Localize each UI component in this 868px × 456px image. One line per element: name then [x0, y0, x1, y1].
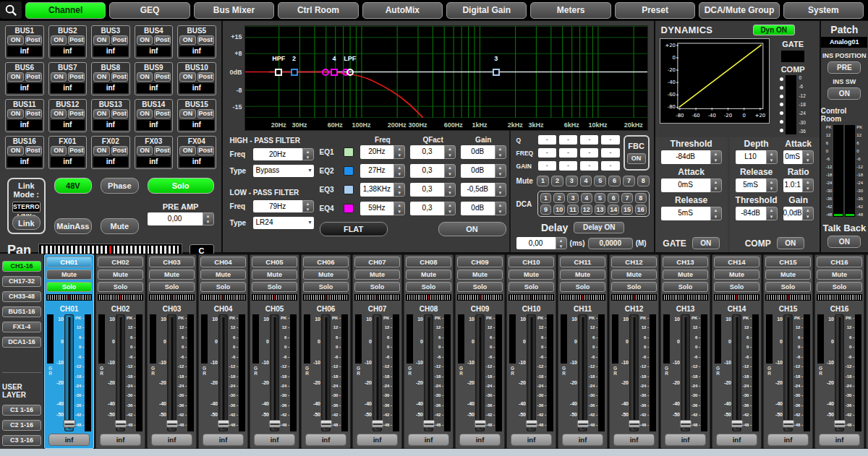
dca-button-15[interactable]: 15 — [621, 205, 633, 215]
eq-band-freq-field-spinner[interactable]: ▲▼ — [393, 183, 405, 197]
eq-band-q-field[interactable]: 0,3 — [410, 164, 444, 178]
fbc-freq-field[interactable]: - — [538, 148, 556, 158]
ins-sw-on-button[interactable]: ON — [827, 87, 861, 100]
fader-value-button[interactable]: inf — [459, 434, 501, 446]
bus-post-button[interactable]: Post — [197, 35, 214, 45]
fader-value-button[interactable]: inf — [408, 434, 449, 446]
mute-group-button-4[interactable]: 4 — [580, 176, 592, 186]
fbc-freq-field[interactable]: - — [601, 148, 619, 158]
strip-solo-button[interactable]: Solo — [252, 282, 297, 292]
strip-mute-button[interactable]: Mute — [98, 270, 143, 280]
eq-band-freq-field-spinner[interactable]: ▲▼ — [393, 164, 405, 178]
dca-button-12[interactable]: 12 — [581, 205, 592, 215]
hpf-freq-field[interactable]: 20Hz — [253, 148, 302, 160]
fader[interactable] — [373, 314, 382, 431]
eq-band-q-field[interactable]: 0,3 — [410, 183, 444, 197]
comp-release-field[interactable]: 5mS — [736, 178, 766, 192]
strip-select-ch13[interactable]: CH13 — [663, 257, 708, 267]
patch-value[interactable]: Analog01 — [821, 37, 867, 48]
comp-threshold-field-spinner[interactable]: ▲▼ — [766, 207, 778, 220]
bus-on-button[interactable]: ON — [179, 35, 196, 45]
strip-mute-button[interactable]: Mute — [149, 270, 195, 280]
comp-depth-field[interactable]: L10 — [736, 150, 766, 164]
strip-select-ch07[interactable]: CH07 — [354, 257, 400, 267]
strip-solo-button[interactable]: Solo — [303, 282, 349, 292]
bus-post-button[interactable]: Post — [68, 72, 85, 82]
fader[interactable] — [629, 314, 639, 431]
eq-band-gain-field[interactable]: -0,5dB — [461, 183, 495, 197]
strip-solo-button[interactable]: Solo — [149, 282, 195, 292]
dca-button-9[interactable]: 9 — [540, 205, 552, 215]
strip-mute-button[interactable]: Mute — [303, 270, 349, 280]
eq-band-gain-field-spinner[interactable]: ▲▼ — [495, 164, 506, 178]
tab-geq[interactable]: GEQ — [109, 2, 190, 19]
layer-button-ch33-48[interactable]: CH33-48 — [2, 291, 41, 302]
bus-on-button[interactable]: ON — [51, 146, 67, 155]
solo-button[interactable]: Solo — [148, 178, 214, 194]
eq-band-q-field[interactable]: 0,3 — [410, 145, 444, 159]
fader[interactable] — [270, 314, 279, 431]
strip-mute-button[interactable]: Mute — [817, 270, 862, 280]
eq-marker-4[interactable] — [331, 69, 338, 76]
strip-solo-button[interactable]: Solo — [46, 282, 92, 292]
strip-mute-button[interactable]: Mute — [509, 270, 554, 280]
bus-on-button[interactable]: ON — [137, 146, 153, 155]
bus-on-button[interactable]: ON — [51, 35, 67, 45]
eq-band-freq-field[interactable]: 27Hz — [360, 164, 394, 178]
tab-dca-mute-group[interactable]: DCA/Mute Group — [699, 2, 779, 19]
strip-pan-slider[interactable] — [560, 294, 605, 301]
eq-marker[interactable] — [322, 69, 329, 76]
bus-on-button[interactable]: ON — [137, 35, 153, 45]
bus-post-button[interactable]: Post — [25, 72, 42, 82]
comp-on-button[interactable]: ON — [777, 237, 804, 249]
user-layer-button-c1-1-16[interactable]: C1 1-16 — [2, 405, 41, 416]
mute-group-button-6[interactable]: 6 — [608, 176, 621, 186]
tab-ctrl-room[interactable]: Ctrl Room — [278, 2, 358, 19]
delay-time-field[interactable]: 0,00 — [516, 237, 556, 249]
strip-solo-button[interactable]: Solo — [611, 282, 657, 292]
lpf-freq-spinner[interactable]: ▲▼ — [302, 200, 314, 212]
fbc-freq-field[interactable]: - — [559, 148, 577, 158]
strip-pan-slider[interactable] — [406, 294, 451, 301]
hpf-type-dropdown[interactable]: Bypass — [253, 165, 314, 177]
eq-marker-lpf[interactable] — [346, 69, 354, 76]
strip-pan-slider[interactable] — [765, 294, 811, 301]
eq-band-gain-field[interactable]: 0dB — [461, 164, 495, 178]
bus-post-button[interactable]: Post — [154, 72, 171, 82]
gate-threshold-field-spinner[interactable]: ▲▼ — [710, 150, 722, 164]
strip-pan-slider[interactable] — [98, 294, 143, 301]
strip-pan-slider[interactable] — [509, 294, 554, 301]
fader[interactable] — [732, 314, 741, 431]
fader[interactable] — [167, 314, 176, 431]
strip-pan-slider[interactable] — [46, 294, 92, 301]
layer-button-dca1-16[interactable]: DCA1-16 — [2, 337, 41, 348]
search-button[interactable] — [0, 1, 22, 19]
fader[interactable] — [578, 314, 587, 431]
strip-select-ch06[interactable]: CH06 — [303, 257, 349, 267]
bus-post-button[interactable]: Post — [25, 35, 42, 45]
eq-graph[interactable]: HPF24LPF3 20Hz30Hz60Hz100Hz200Hz300Hz600… — [244, 25, 648, 131]
bus-on-button[interactable]: ON — [93, 35, 110, 45]
gate-attack-field[interactable]: 0mS — [661, 178, 710, 192]
delay-meters-button[interactable]: 0,0000 — [588, 238, 633, 249]
bus-post-button[interactable]: Post — [111, 72, 128, 82]
strip-solo-button[interactable]: Solo — [406, 282, 451, 292]
fbc-q-field[interactable]: - — [538, 135, 556, 145]
tab-digital-gain[interactable]: Digital Gain — [446, 2, 527, 19]
strip-pan-slider[interactable] — [252, 294, 297, 301]
dca-button-3[interactable]: 3 — [567, 193, 579, 203]
fader-value-button[interactable]: inf — [511, 434, 552, 446]
dca-button-2[interactable]: 2 — [553, 193, 565, 203]
bus-post-button[interactable]: Post — [154, 35, 171, 45]
strip-mute-button[interactable]: Mute — [663, 270, 708, 280]
layer-button-ch17-32[interactable]: CH17-32 — [2, 276, 41, 287]
bus-post-button[interactable]: Post — [25, 146, 42, 155]
fader-value-button[interactable]: inf — [562, 434, 603, 446]
dca-button-14[interactable]: 14 — [608, 205, 619, 215]
fbc-gain-field[interactable]: - — [538, 161, 556, 171]
fader[interactable] — [218, 314, 228, 431]
strip-select-ch14[interactable]: CH14 — [714, 257, 760, 267]
strip-mute-button[interactable]: Mute — [200, 270, 246, 280]
gate-on-button[interactable]: ON — [692, 237, 720, 249]
strip-pan-slider[interactable] — [303, 294, 349, 301]
